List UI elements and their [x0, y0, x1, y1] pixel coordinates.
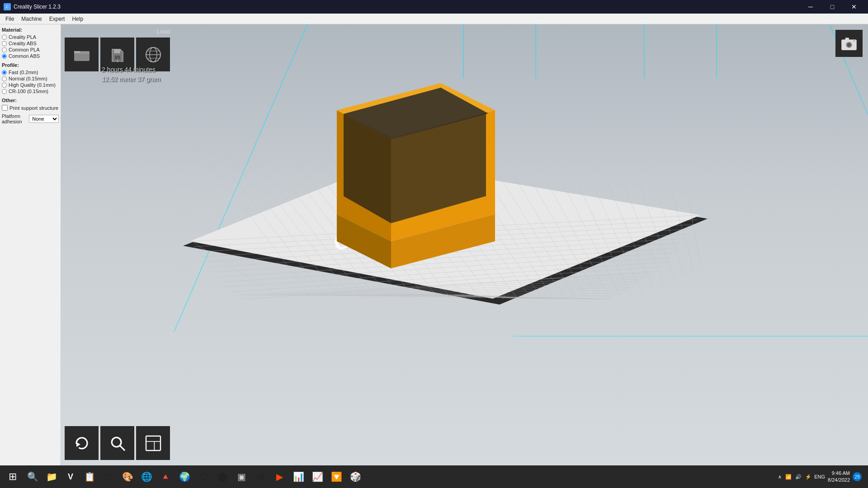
taskbar-app1[interactable]: 🔺	[156, 467, 175, 487]
main-container: Material: Creality PLA Creality ABS Comm…	[0, 24, 868, 465]
platform-select[interactable]: None Brim Raft	[29, 115, 59, 123]
profile-cr100[interactable]: CR-100 (0.15mm)	[2, 89, 59, 94]
print-material: 12.52 meter 37 gram	[102, 75, 160, 84]
taskbar-docs[interactable]: 📋	[80, 467, 99, 487]
material-section-title: Material:	[2, 27, 59, 33]
svg-line-0	[174, 24, 307, 332]
radio-common-pla[interactable]	[2, 47, 7, 52]
chevron-up-icon[interactable]: ∧	[778, 474, 782, 480]
taskbar-clock[interactable]: 9:46 AM 8/24/2022	[828, 470, 850, 484]
support-checkbox-item[interactable]: Print support structure	[2, 105, 59, 111]
svg-marker-101	[76, 442, 80, 446]
material-common-pla[interactable]: Common PLA	[2, 47, 59, 52]
reset-view-icon	[73, 434, 91, 452]
material-creality-pla-label: Creality PLA	[9, 34, 36, 40]
radio-high[interactable]	[2, 83, 7, 88]
taskbar-chrome[interactable]: ⬤	[213, 467, 231, 487]
taskbar-code[interactable]: ⬡	[99, 467, 118, 487]
search-view-button[interactable]	[100, 426, 134, 460]
material-common-abs-label: Common ABS	[9, 53, 40, 59]
svg-line-63	[687, 192, 701, 266]
taskbar-explorer[interactable]: 📁	[42, 467, 61, 487]
taskbar-app2[interactable]: 🌍	[175, 467, 193, 487]
close-button[interactable]: ✕	[844, 0, 864, 14]
load-tooltip-label: Load	[157, 28, 170, 35]
menu-help[interactable]: Help	[68, 15, 87, 23]
taskbar-ppt[interactable]: ▶	[270, 467, 288, 487]
print-info: 2 hours 44 minutes 12.52 meter 37 gram	[102, 65, 160, 84]
profile-high[interactable]: High Quality (0.1mm)	[2, 82, 59, 88]
radio-creality-abs[interactable]	[2, 41, 7, 46]
material-common-pla-label: Common PLA	[9, 47, 39, 52]
taskbar-search[interactable]: 🔍	[24, 467, 42, 487]
svg-rect-90	[114, 49, 120, 53]
profile-section-title: Profile:	[2, 62, 59, 68]
profile-cr100-label: CR-100 (0.15mm)	[9, 89, 48, 94]
load-button[interactable]	[65, 38, 99, 71]
radio-cr100[interactable]	[2, 89, 7, 94]
taskbar-screen[interactable]: 📊	[289, 467, 307, 487]
svg-rect-99	[845, 38, 849, 40]
menubar: File Machine Expert Help	[0, 14, 868, 24]
profile-group: Fast (0.2mm) Normal (0.15mm) High Qualit…	[2, 70, 59, 94]
platform-row: Platform adhesion None Brim Raft	[2, 113, 59, 124]
menu-expert[interactable]: Expert	[46, 15, 69, 23]
taskbar-mail[interactable]: M	[251, 467, 269, 487]
svg-rect-104	[146, 436, 160, 450]
app-icon: C	[4, 3, 11, 10]
profile-fast-label: Fast (0.2mm)	[9, 70, 38, 75]
taskbar-down[interactable]: 🔽	[327, 467, 345, 487]
camera-button[interactable]	[835, 30, 863, 57]
profile-fast[interactable]: Fast (0.2mm)	[2, 70, 59, 75]
taskbar-sys-icons: ∧ 📶 🔊 ⚡	[778, 474, 811, 480]
camera-icon	[840, 34, 859, 53]
taskbar-web[interactable]: 🌐	[137, 467, 156, 487]
date-display: 8/24/2022	[828, 477, 850, 483]
search-icon	[108, 434, 127, 452]
3d-scene: CREALITY	[61, 24, 868, 465]
radio-normal[interactable]	[2, 76, 7, 81]
save-icon	[108, 46, 127, 64]
panel-button[interactable]	[136, 426, 170, 460]
reset-view-button[interactable]	[65, 426, 99, 460]
taskbar-app3[interactable]: ⬡	[194, 467, 212, 487]
notification-badge[interactable]: 29	[853, 472, 862, 481]
volume-icon: 🔊	[795, 474, 802, 480]
svg-point-98	[847, 43, 851, 47]
radio-fast[interactable]	[2, 70, 7, 75]
material-creality-abs[interactable]: Creality ABS	[2, 41, 59, 46]
maximize-button[interactable]: □	[822, 0, 843, 14]
material-common-abs[interactable]: Common ABS	[2, 53, 59, 59]
menu-file[interactable]: File	[2, 15, 18, 23]
taskbar-v[interactable]: V	[61, 467, 80, 487]
globe-icon	[144, 46, 162, 64]
app-title: Creality Slicer 1.2.3	[14, 4, 61, 10]
print-time: 2 hours 44 minutes	[102, 65, 160, 75]
profile-normal-label: Normal (0.15mm)	[9, 76, 47, 81]
taskbar-game[interactable]: 🎲	[346, 467, 364, 487]
taskbar-stats[interactable]: 📈	[308, 467, 326, 487]
material-creality-pla[interactable]: Creality PLA	[2, 34, 59, 40]
profile-high-label: High Quality (0.1mm)	[9, 82, 56, 88]
material-creality-abs-label: Creality ABS	[9, 41, 37, 46]
start-button[interactable]: ⊞	[3, 467, 23, 487]
profile-normal[interactable]: Normal (0.15mm)	[2, 76, 59, 81]
minimize-button[interactable]: ─	[800, 0, 821, 14]
material-group: Creality PLA Creality ABS Common PLA Com…	[2, 34, 59, 59]
taskbar: ⊞ 🔍 📁 V 📋 ⬡ 🎨 🌐 🔺 🌍 ⬡ ⬤ ▣ M ▶ 📊 📈 🔽 🎲 ∧ …	[0, 465, 868, 488]
radio-creality-pla[interactable]	[2, 35, 7, 40]
support-checkbox[interactable]	[2, 105, 8, 111]
platform-label: Platform adhesion	[2, 113, 27, 124]
taskbar-unity[interactable]: ▣	[232, 467, 250, 487]
sidebar: Material: Creality PLA Creality ABS Comm…	[0, 24, 61, 465]
time-display: 9:46 AM	[828, 470, 850, 477]
menu-machine[interactable]: Machine	[18, 15, 45, 23]
taskbar-tool1[interactable]: 🎨	[118, 467, 137, 487]
svg-line-103	[119, 445, 124, 450]
radio-common-abs[interactable]	[2, 54, 7, 59]
viewport[interactable]: CREALITY Load	[61, 24, 868, 465]
titlebar: C Creality Slicer 1.2.3 ─ □ ✕	[0, 0, 868, 14]
folder-icon	[73, 46, 91, 64]
panel-icon	[144, 434, 162, 452]
toolbar-bottom	[65, 426, 170, 460]
